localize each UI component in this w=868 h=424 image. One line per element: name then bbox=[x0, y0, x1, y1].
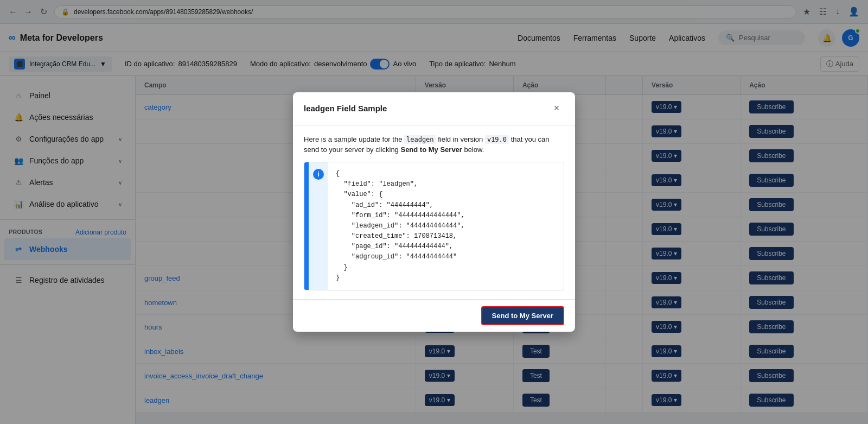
modal-body: Here is a sample update for the leadgen … bbox=[293, 125, 575, 299]
code-block: i { "field": "leadgen", "value": { "ad_i… bbox=[304, 162, 564, 290]
info-icon: i bbox=[313, 169, 324, 180]
modal-overlay[interactable]: leadgen Field Sample × Here is a sample … bbox=[136, 76, 868, 424]
send-to-server-button[interactable]: Send to My Server bbox=[481, 306, 564, 325]
modal-description: Here is a sample update for the leadgen … bbox=[304, 134, 564, 155]
modal-close-button[interactable]: × bbox=[549, 101, 564, 116]
modal-header: leadgen Field Sample × bbox=[293, 92, 575, 125]
main-layout: ⌂ Painel 🔔 Ações necessárias ⚙ Configura… bbox=[0, 76, 868, 424]
modal-title: leadgen Field Sample bbox=[304, 104, 387, 113]
modal-footer: Send to My Server bbox=[293, 299, 575, 332]
code-content: { "field": "leadgen", "value": { "ad_id"… bbox=[328, 162, 564, 290]
cta-text: Send to My Server bbox=[400, 145, 462, 154]
field-sample-modal: leadgen Field Sample × Here is a sample … bbox=[293, 92, 575, 332]
code-block-info: i bbox=[309, 162, 328, 290]
field-name-code: leadgen bbox=[404, 135, 436, 144]
code-block-bar bbox=[304, 162, 309, 290]
version-code: v19.0 bbox=[485, 135, 509, 144]
main-content: Campo Versão Ação Versão Ação category v… bbox=[136, 76, 868, 424]
